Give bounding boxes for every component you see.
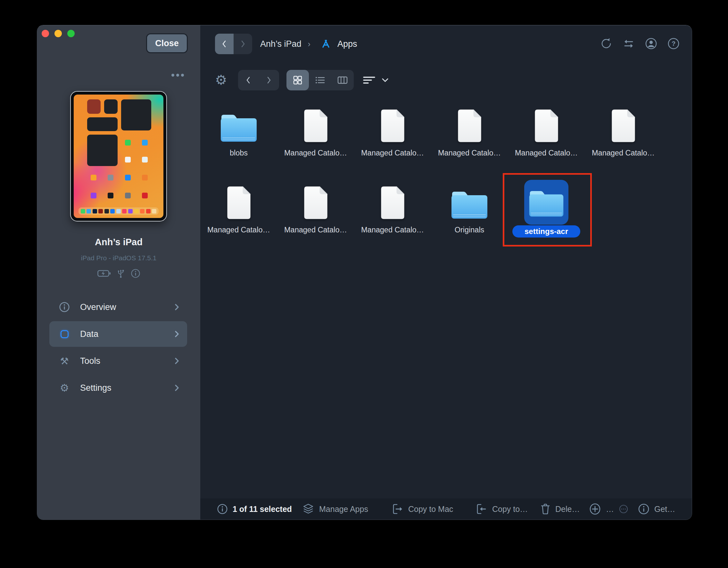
file-item[interactable]: Managed Catalo…: [355, 184, 430, 220]
app-window: Close: [37, 25, 692, 520]
selection-count: 1 of 11 selected: [233, 505, 292, 514]
file-name: Managed Catalo…: [429, 149, 510, 157]
sidebar-item-label: Tools: [80, 356, 174, 366]
layers-icon: [302, 503, 314, 515]
more-label: …: [606, 505, 614, 514]
sidebar-item-label: Overview: [80, 302, 174, 312]
sidebar-item-label: Settings: [80, 383, 174, 393]
device-os-version: iPad Pro - iPadOS 17.5.1: [37, 254, 200, 262]
battery-charging-icon: [97, 269, 111, 277]
add-more-group: …: [589, 498, 628, 520]
zoom-window-icon[interactable]: [67, 30, 75, 37]
file-item[interactable]: Managed Catalo…: [355, 107, 430, 143]
more-options-icon[interactable]: [171, 74, 184, 77]
sidebar-item-label: Data: [80, 329, 174, 339]
chevron-right-icon: [174, 383, 180, 392]
manage-apps-button[interactable]: Manage Apps: [302, 498, 368, 520]
gear-icon: ⚙: [58, 382, 71, 394]
info-circle-icon: [58, 302, 71, 313]
document-icon: [379, 109, 406, 143]
file-item[interactable]: Managed Catalo…: [585, 107, 661, 143]
file-grid: blobs Managed Catalo… Managed Catalo… Ma…: [200, 25, 692, 520]
chevron-right-icon: [174, 303, 180, 312]
trash-icon: [540, 503, 550, 515]
delete-label: Dele…: [555, 505, 580, 514]
chevron-right-icon: [174, 357, 180, 366]
file-item[interactable]: Managed Catalo…: [509, 107, 584, 143]
main-panel: Anh’s iPad › Apps: [200, 25, 692, 520]
ellipsis-circle-icon[interactable]: [619, 504, 628, 514]
tools-icon: ⚒: [58, 356, 71, 367]
get-info-label: Get…: [654, 505, 675, 514]
device-export-icon: [392, 503, 403, 515]
document-icon: [302, 109, 329, 143]
file-name: Managed Catalo…: [198, 226, 279, 234]
file-name: Managed Catalo…: [583, 149, 664, 157]
document-icon: [226, 185, 252, 220]
device-wallpaper: [74, 95, 163, 218]
file-name: Managed Catalo…: [506, 149, 587, 157]
close-button[interactable]: Close: [146, 33, 188, 53]
sidebar-item-tools[interactable]: ⚒ Tools: [49, 348, 187, 374]
document-icon: [379, 185, 406, 220]
file-name: blobs: [198, 149, 279, 157]
file-item[interactable]: Managed Catalo…: [278, 107, 353, 143]
sidebar-item-settings[interactable]: ⚙ Settings: [49, 375, 187, 401]
plus-circle-icon[interactable]: [589, 503, 601, 515]
folder-icon: [450, 190, 489, 220]
file-name: Managed Catalo…: [275, 226, 356, 234]
get-info-button[interactable]: Get…: [638, 498, 675, 520]
sidebar-nav: Overview Data ⚒ Tools ⚙ Settings: [49, 294, 187, 402]
status-bar: 1 of 11 selected Manage Apps Copy to Mac: [200, 498, 692, 520]
copy-to-label: Copy to…: [492, 505, 528, 514]
data-square-icon: [58, 330, 71, 338]
file-item[interactable]: blobs: [201, 107, 277, 143]
device-dock: [79, 207, 158, 215]
sidebar-item-data[interactable]: Data: [49, 321, 187, 347]
minimize-window-icon[interactable]: [54, 30, 62, 37]
device-status-icons: [37, 268, 200, 278]
document-icon: [456, 109, 483, 143]
file-name: Managed Catalo…: [275, 149, 356, 157]
info-icon[interactable]: [131, 268, 140, 278]
file-name: Originals: [429, 226, 510, 234]
delete-button[interactable]: Dele…: [540, 498, 580, 520]
info-icon[interactable]: [217, 504, 228, 515]
document-icon: [302, 185, 329, 220]
device-name: Anh’s iPad: [37, 237, 200, 247]
close-window-icon[interactable]: [42, 30, 49, 37]
device-import-icon: [476, 503, 487, 515]
copy-to-mac-button[interactable]: Copy to Mac: [392, 498, 453, 520]
manage-apps-label: Manage Apps: [319, 505, 368, 514]
file-item[interactable]: Managed Catalo…: [432, 107, 507, 143]
file-item[interactable]: Managed Catalo…: [201, 184, 277, 220]
chevron-right-icon: [174, 330, 180, 339]
selection-status: 1 of 11 selected: [217, 498, 292, 520]
copy-to-device-button[interactable]: Copy to…: [476, 498, 528, 520]
copy-to-mac-label: Copy to Mac: [408, 505, 453, 514]
annotation-rectangle: [503, 173, 592, 246]
document-icon: [610, 109, 637, 143]
folder-icon: [219, 113, 258, 143]
sidebar-item-overview[interactable]: Overview: [49, 294, 187, 320]
info-icon: [638, 503, 649, 515]
device-preview-image: [70, 91, 167, 221]
document-icon: [533, 109, 560, 143]
file-name: Managed Catalo…: [352, 226, 433, 234]
sidebar: Close: [37, 25, 200, 520]
traffic-lights: [42, 30, 75, 37]
file-item[interactable]: Originals: [432, 184, 507, 220]
file-item[interactable]: Managed Catalo…: [278, 184, 353, 220]
usb-icon: [117, 268, 124, 278]
file-name: Managed Catalo…: [352, 149, 433, 157]
